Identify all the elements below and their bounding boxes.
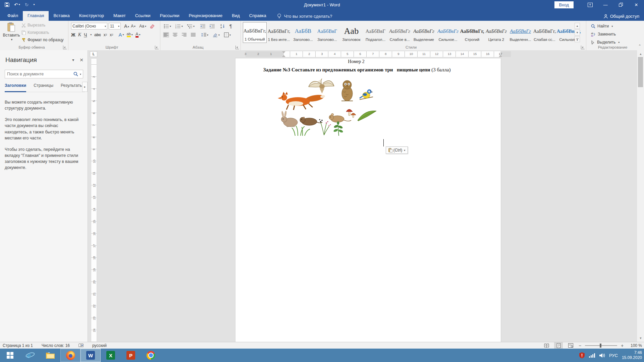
copy-button[interactable]: Копировать <box>21 29 64 36</box>
restore-button[interactable] <box>613 0 629 9</box>
increase-indent-button[interactable] <box>209 23 215 29</box>
bold-button[interactable]: Ж <box>71 32 75 38</box>
navigation-tabs-overflow-button[interactable]: ▸ <box>82 82 88 92</box>
ribbon-tab[interactable]: Справка <box>245 11 271 21</box>
navigation-options-icon[interactable]: ▾ <box>72 58 74 62</box>
paste-button[interactable]: Вставить ▼ <box>3 22 19 44</box>
format-painter-button[interactable]: Формат по образцу <box>21 37 64 43</box>
word-count[interactable]: Число слов: 16 <box>42 343 70 348</box>
italic-button[interactable]: К <box>78 32 81 38</box>
share-button[interactable]: Общий доступ <box>603 14 639 19</box>
underline-button[interactable]: Ч <box>84 32 87 38</box>
ribbon-tab[interactable]: Рецензирование <box>184 11 227 21</box>
style-card[interactable]: АаБбВвГг Слабое в... <box>388 22 412 43</box>
show-marks-button[interactable]: ¶ <box>229 23 233 29</box>
font-family-select[interactable]: Calibri (Осно▾ <box>71 23 107 29</box>
font-size-select[interactable]: 11▾ <box>109 23 121 29</box>
style-card[interactable]: АаБбВвГг Выделение <box>412 22 436 43</box>
tell-me-box[interactable]: Что вы хотите сделать? <box>277 13 332 21</box>
styles-gallery-more-button[interactable]: ▾ <box>575 36 580 42</box>
styles-scroll-down-button[interactable]: ▾ <box>575 29 580 36</box>
collapse-ribbon-button[interactable]: ⌃ <box>638 44 641 48</box>
web-layout-button[interactable] <box>566 342 575 349</box>
style-card[interactable]: АаБбВвГ Подзагол... <box>364 22 387 43</box>
style-card[interactable]: АаБбВвГг, Слабая сс... <box>533 22 556 43</box>
ribbon-tab[interactable]: Конструктор <box>74 11 109 21</box>
align-left-button[interactable] <box>163 32 169 38</box>
zoom-in-button[interactable]: + <box>621 343 624 348</box>
vertical-scrollbar[interactable]: ▲ ▼ <box>637 50 644 342</box>
select-button[interactable]: Выделить▾ <box>591 39 620 46</box>
hanging-indent-marker[interactable] <box>282 55 285 57</box>
zoom-slider-thumb[interactable] <box>600 344 601 348</box>
find-button[interactable]: Найти▾ <box>591 23 613 29</box>
ribbon-tab[interactable]: Главная <box>23 11 49 21</box>
highlight-button[interactable]: ab▾ <box>127 32 133 37</box>
font-dialog-launcher[interactable] <box>155 46 159 49</box>
scrollbar-thumb[interactable] <box>638 57 643 87</box>
taskbar-internet-explorer[interactable]: e <box>20 349 40 362</box>
style-card[interactable]: АаБбВвГг Сильное... <box>436 22 460 43</box>
styles-scroll-up-button[interactable]: ▴ <box>575 23 580 29</box>
bullets-button[interactable]: ▾ <box>163 23 172 29</box>
strikethrough-button[interactable]: abc <box>94 33 101 37</box>
minimize-button[interactable]: — <box>598 0 613 9</box>
borders-button[interactable]: ▾ <box>223 32 231 38</box>
language-indicator[interactable]: русский <box>92 343 107 348</box>
taskbar-word[interactable]: W <box>80 349 101 362</box>
close-button[interactable]: ✕ <box>629 0 644 9</box>
replace-button[interactable]: abac Заменить <box>591 31 616 38</box>
taskbar-excel[interactable]: X <box>101 349 121 362</box>
clock[interactable]: 7:46 15.09.2020 <box>622 350 642 360</box>
vertical-ruler[interactable]: 3456789101112131415161718192021222324 <box>91 58 97 342</box>
tab-selector[interactable]: L <box>90 51 97 57</box>
style-card[interactable]: АаБбВвГг Выделенн... <box>508 22 532 43</box>
organisms-image[interactable] <box>275 76 382 136</box>
speaker-icon[interactable] <box>599 353 605 358</box>
style-card[interactable]: АаБбВвГг, 1 Обычный <box>243 22 267 43</box>
underline-dropdown-icon[interactable]: ▾ <box>90 33 92 36</box>
numbering-button[interactable]: 123▾ <box>175 23 183 29</box>
paste-options-button[interactable]: (Ctrl) ▾ <box>386 146 408 154</box>
document-search-input[interactable] <box>5 72 73 76</box>
taskbar-powerpoint[interactable]: P <box>121 349 141 362</box>
zoom-slider[interactable] <box>585 345 617 346</box>
taskbar-chrome[interactable] <box>141 349 161 362</box>
horizontal-ruler[interactable]: 321 1234567891011121314151617 <box>98 51 636 57</box>
scroll-up-icon[interactable]: ▲ <box>637 51 644 57</box>
zoom-out-button[interactable]: − <box>578 343 582 348</box>
cut-button[interactable]: Вырезать <box>21 22 64 28</box>
keyboard-language[interactable]: РУС <box>609 353 618 358</box>
grow-font-button[interactable]: А▲ <box>124 23 129 29</box>
superscript-button[interactable]: х2 <box>110 33 113 37</box>
login-button[interactable]: Вход <box>554 1 574 8</box>
style-card[interactable]: АаБбВ Заголово... <box>291 22 315 43</box>
ribbon-tab[interactable]: Рассылки <box>155 11 184 21</box>
subscript-button[interactable]: х2 <box>104 33 107 37</box>
scroll-down-icon[interactable]: ▼ <box>637 335 644 341</box>
font-color-button[interactable]: А▾ <box>136 32 141 38</box>
start-button[interactable] <box>0 349 20 362</box>
sort-button[interactable]: АЯ <box>220 23 226 29</box>
right-indent-marker[interactable] <box>499 55 502 57</box>
navigation-tab[interactable]: Заголовки <box>5 83 26 92</box>
ribbon-tab[interactable]: Ссылки <box>130 11 155 21</box>
style-card[interactable]: АаБбВвГг, Строгий <box>460 22 484 43</box>
clear-formatting-button[interactable] <box>150 24 155 28</box>
search-magnifier-button[interactable]: ▾ <box>73 72 83 76</box>
style-card[interactable]: Аab Заголовок <box>339 22 363 43</box>
shading-button[interactable]: ▾ <box>212 32 220 38</box>
align-right-button[interactable] <box>181 32 187 38</box>
ribbon-tab[interactable]: Вставка <box>49 11 74 21</box>
paste-dropdown-icon[interactable]: ▼ <box>10 38 13 41</box>
align-center-button[interactable] <box>172 32 178 38</box>
style-card[interactable]: АаБбВвГг Цитата 2 <box>484 22 508 43</box>
ribbon-display-options-button[interactable] <box>582 0 598 9</box>
document-page[interactable]: Номер 2 Задание №3 Составьте из предложе… <box>235 58 501 342</box>
first-line-indent-marker[interactable] <box>282 51 285 53</box>
read-mode-button[interactable] <box>542 342 551 349</box>
security-shield-icon[interactable] <box>579 352 585 359</box>
clipboard-dialog-launcher[interactable] <box>63 46 67 49</box>
taskbar-file-explorer[interactable] <box>40 349 60 362</box>
network-signal-icon[interactable] <box>589 353 595 358</box>
